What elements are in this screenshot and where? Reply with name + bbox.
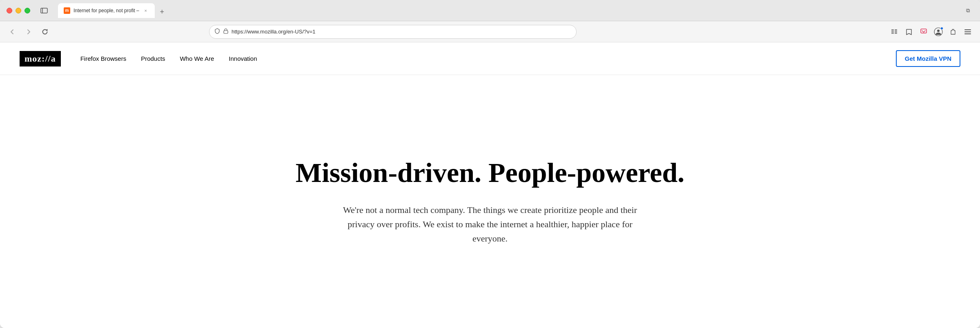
svg-rect-2	[224, 31, 228, 33]
hero-subtext: We're not a normal tech company. The thi…	[343, 203, 637, 246]
browser-window: m Internet for people, not profit – × + …	[0, 0, 980, 328]
hero-section: Mission-driven. People-powered. We're no…	[0, 75, 980, 328]
nav-who-we-are[interactable]: Who We Are	[180, 55, 214, 62]
svg-rect-6	[891, 33, 894, 34]
hero-headline: Mission-driven. People-powered.	[296, 157, 685, 188]
svg-rect-8	[895, 31, 897, 31]
nav-products[interactable]: Products	[141, 55, 165, 62]
restore-window-button[interactable]: ⧉	[962, 5, 973, 16]
svg-rect-0	[41, 8, 47, 13]
site-nav: moz://a Firefox Browsers Products Who We…	[0, 42, 980, 75]
bookmark-button[interactable]	[903, 26, 915, 38]
svg-point-13	[937, 29, 940, 32]
new-tab-button[interactable]: +	[156, 7, 168, 18]
svg-rect-4	[891, 31, 894, 31]
logo-box: moz://a	[20, 51, 61, 66]
mozilla-logo[interactable]: moz://a	[20, 51, 61, 66]
svg-rect-9	[895, 32, 897, 33]
maximize-window-button[interactable]	[24, 8, 30, 13]
tab-close-button[interactable]: ×	[143, 7, 149, 14]
tab-title: Internet for people, not profit –	[74, 8, 139, 13]
toolbar-right	[889, 26, 973, 38]
back-button[interactable]	[7, 26, 18, 38]
nav-firefox-browsers[interactable]: Firefox Browsers	[80, 55, 127, 62]
forward-button[interactable]	[23, 26, 34, 38]
sidebar-toggle-button[interactable]	[38, 7, 50, 15]
svg-rect-5	[891, 32, 894, 33]
site-nav-links: Firefox Browsers Products Who We Are Inn…	[80, 55, 896, 62]
page-content: moz://a Firefox Browsers Products Who We…	[0, 42, 980, 328]
title-bar: m Internet for people, not profit – × + …	[0, 0, 980, 21]
traffic-lights	[7, 8, 30, 13]
svg-rect-16	[964, 33, 971, 34]
reload-button[interactable]	[39, 26, 51, 38]
minimize-window-button[interactable]	[16, 8, 21, 13]
tabs-area: m Internet for people, not profit – × +	[55, 3, 957, 18]
extensions-button[interactable]	[947, 26, 959, 38]
nav-innovation[interactable]: Innovation	[229, 55, 257, 62]
pocket-button[interactable]	[918, 26, 929, 38]
vpn-button[interactable]: Get Mozilla VPN	[896, 50, 960, 67]
reader-view-button[interactable]	[889, 26, 900, 38]
svg-rect-14	[964, 29, 971, 30]
address-bar[interactable]: https://www.mozilla.org/en-US/?v=1	[209, 25, 577, 39]
toolbar: https://www.mozilla.org/en-US/?v=1	[0, 21, 980, 42]
active-tab[interactable]: m Internet for people, not profit – ×	[58, 3, 155, 18]
menu-button[interactable]	[962, 26, 973, 38]
url-text: https://www.mozilla.org/en-US/?v=1	[232, 29, 571, 35]
tab-favicon: m	[64, 7, 70, 14]
svg-rect-15	[964, 31, 971, 32]
svg-rect-3	[891, 29, 894, 30]
security-icon	[214, 28, 220, 35]
profile-button[interactable]	[933, 26, 944, 38]
close-window-button[interactable]	[7, 8, 12, 13]
profile-notification-dot	[940, 27, 943, 30]
lock-icon	[223, 28, 228, 35]
svg-rect-7	[895, 29, 897, 30]
svg-rect-10	[895, 33, 897, 34]
